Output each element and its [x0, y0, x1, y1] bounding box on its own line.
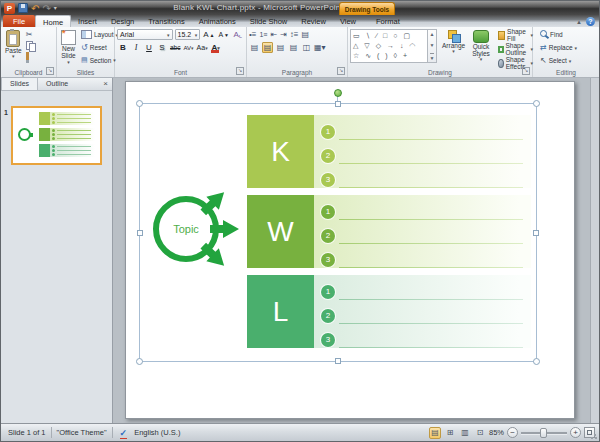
font-color-button[interactable]: A▾: [210, 42, 222, 53]
resize-handle-bottom-left[interactable]: [136, 358, 143, 365]
rotation-handle[interactable]: [334, 89, 342, 97]
tab-transitions[interactable]: Transitions: [141, 15, 191, 27]
select-button[interactable]: ↖ Select▾: [539, 55, 597, 66]
columns-button[interactable]: ◫: [301, 42, 312, 53]
shape-outline-button[interactable]: Shape Outline▾: [497, 43, 534, 55]
tab-animations[interactable]: Animations: [192, 15, 243, 27]
line-spacing-icon[interactable]: ↕≡: [290, 29, 299, 40]
bold-button[interactable]: B: [117, 42, 129, 53]
paragraph-dialog-launcher[interactable]: ↘: [337, 67, 345, 75]
layout-button[interactable]: Layout▾: [80, 29, 119, 41]
underline-button[interactable]: U: [143, 42, 155, 53]
italic-button[interactable]: I: [130, 42, 142, 53]
copy-icon[interactable]: [26, 41, 35, 51]
font-size-combo[interactable]: 15.2▾: [175, 29, 201, 40]
find-button[interactable]: Find: [539, 29, 597, 40]
resize-handle-middle-left[interactable]: [137, 230, 143, 236]
numbering-icon[interactable]: 1≡: [259, 29, 267, 40]
slide[interactable]: Topic K 1 2 3 W 1 2 3: [125, 81, 575, 419]
zoom-percentage[interactable]: 85%: [489, 428, 504, 437]
text-shadow-button[interactable]: S: [156, 42, 168, 53]
new-slide-caret-icon: ▾: [67, 60, 70, 66]
justify-button[interactable]: ▤: [288, 42, 299, 53]
zoom-slider-thumb[interactable]: [540, 428, 547, 438]
align-left-button[interactable]: ▤: [249, 42, 260, 53]
cut-icon[interactable]: ✂: [26, 29, 35, 40]
strikethrough-button[interactable]: abc: [169, 42, 181, 53]
help-icon[interactable]: ?: [586, 17, 595, 26]
arrange-button[interactable]: Arrange ▾: [440, 29, 467, 56]
font-family-combo[interactable]: Arial▾: [117, 29, 173, 40]
slide-thumbnail[interactable]: [11, 106, 102, 165]
change-case-button[interactable]: Aa▾: [196, 42, 209, 53]
resize-handle-top-center[interactable]: [335, 101, 341, 107]
spell-check-icon[interactable]: ✓: [120, 428, 128, 438]
shapes-gallery-scroll[interactable]: ▲ ▼ ▼: [428, 29, 437, 63]
shapes-row-1[interactable]: ▭ ∖ ∕ □ ○ ▢: [353, 31, 425, 41]
tab-review[interactable]: Review: [294, 15, 333, 27]
align-right-button[interactable]: ▤: [275, 42, 286, 53]
resize-handle-bottom-center[interactable]: [335, 358, 341, 364]
resize-grip[interactable]: [590, 432, 598, 440]
convert-smartart-icon[interactable]: ▦▾: [314, 42, 326, 53]
reading-view-button[interactable]: ▥: [459, 427, 471, 439]
outline-tab[interactable]: Outline: [38, 78, 76, 90]
save-icon[interactable]: [18, 3, 28, 13]
section-button[interactable]: ▤ Section▾: [80, 54, 119, 66]
zoom-slider[interactable]: [521, 427, 567, 439]
reset-button[interactable]: ↺ Reset: [80, 42, 119, 54]
font-dialog-launcher[interactable]: ↘: [236, 67, 244, 75]
tab-slide-show[interactable]: Slide Show: [243, 15, 295, 27]
decrease-indent-icon[interactable]: ⇤: [270, 29, 277, 40]
powerpoint-app-icon[interactable]: P: [4, 3, 15, 14]
shape-fill-button[interactable]: Shape Fill▾: [497, 29, 534, 41]
text-direction-icon[interactable]: ▤: [302, 29, 310, 40]
zoom-in-button[interactable]: +: [570, 427, 581, 438]
character-spacing-button[interactable]: AV▾: [182, 42, 194, 53]
grow-font-button[interactable]: A▲: [202, 29, 215, 40]
drawing-dialog-launcher[interactable]: ↘: [522, 67, 530, 75]
collapse-ribbon-icon[interactable]: ▲: [576, 19, 582, 25]
clipboard-dialog-launcher[interactable]: ↘: [46, 67, 54, 75]
vertical-scrollbar[interactable]: [590, 78, 599, 423]
shapes-row-3[interactable]: ☆ ∿ ( ) ◊ +: [353, 51, 425, 61]
tab-home[interactable]: Home: [35, 15, 71, 27]
quick-styles-button[interactable]: Quick Styles ▾: [470, 29, 492, 64]
paste-button[interactable]: Paste ▾: [3, 29, 24, 66]
slide-sorter-view-button[interactable]: ⊞: [444, 427, 456, 439]
tab-design[interactable]: Design: [104, 15, 141, 27]
redo-icon: ↷: [42, 3, 50, 14]
theme-name-text[interactable]: "Office Theme": [57, 428, 107, 437]
shapes-gallery[interactable]: ▭ ∖ ∕ □ ○ ▢ △ ▽ ◇ → ↓ ◠ ☆ ∿ ( ) ◊ +: [350, 29, 428, 63]
resize-handle-bottom-right[interactable]: [533, 358, 540, 365]
paragraph-group-label: Paragraph: [247, 69, 347, 76]
slideshow-view-button[interactable]: ⊡: [474, 427, 486, 439]
resize-handle-top-left[interactable]: [136, 100, 143, 107]
increase-indent-icon[interactable]: ⇥: [280, 29, 287, 40]
shapes-row-2[interactable]: △ ▽ ◇ → ↓ ◠: [353, 41, 425, 51]
resize-handle-middle-right[interactable]: [533, 230, 539, 236]
clear-formatting-button[interactable]: A⌞: [232, 29, 244, 40]
bullets-icon[interactable]: •≡: [249, 29, 256, 40]
tab-view[interactable]: View: [333, 15, 363, 27]
qat-customize-icon[interactable]: ▾: [54, 3, 57, 14]
new-slide-button[interactable]: New Slide ▾: [59, 29, 78, 66]
undo-icon[interactable]: ↶: [31, 3, 39, 14]
shape-outline-icon: [498, 46, 504, 53]
shrink-font-button[interactable]: A▼: [217, 29, 230, 40]
zoom-out-button[interactable]: −: [507, 427, 518, 438]
tab-file[interactable]: File: [3, 15, 35, 27]
mini-topic-circle: [18, 128, 31, 141]
close-panel-icon[interactable]: ×: [99, 78, 112, 90]
replace-button[interactable]: ⇄ Replace▾: [539, 42, 597, 53]
selection-bounding-box[interactable]: [139, 103, 537, 362]
slides-tab[interactable]: Slides: [1, 78, 38, 90]
replace-icon: ⇄: [540, 43, 547, 52]
language-text[interactable]: English (U.S.): [134, 428, 180, 437]
resize-handle-top-right[interactable]: [533, 100, 540, 107]
tab-format[interactable]: Format: [369, 15, 407, 27]
format-painter-icon[interactable]: [26, 52, 29, 63]
tab-insert[interactable]: Insert: [71, 15, 104, 27]
normal-view-button[interactable]: ▤: [429, 427, 441, 439]
align-center-button[interactable]: ▤: [262, 42, 273, 53]
